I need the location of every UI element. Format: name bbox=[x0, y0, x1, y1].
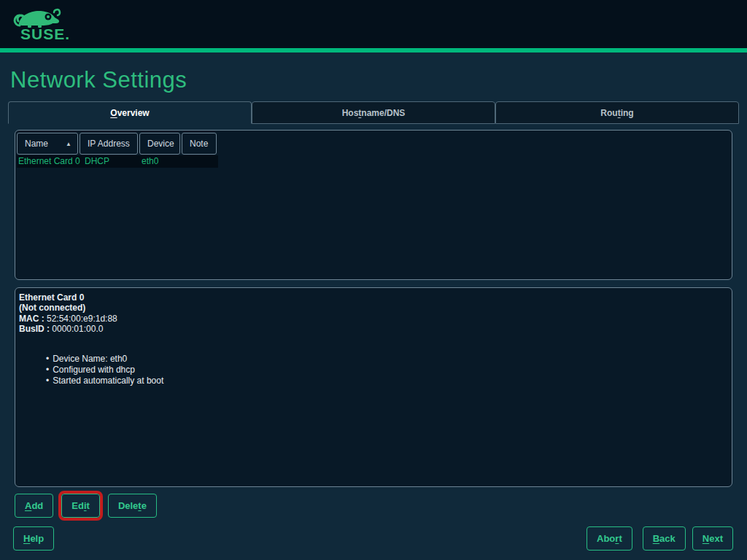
suse-chameleon-icon: SUSE. bbox=[10, 6, 73, 44]
delete-button[interactable]: Delete bbox=[108, 494, 157, 518]
green-divider bbox=[0, 48, 747, 52]
page-title: Network Settings bbox=[10, 67, 187, 93]
footer-left: Help bbox=[13, 526, 54, 551]
top-bar: SUSE. bbox=[0, 0, 747, 48]
details-card-title: Ethernet Card 0 bbox=[19, 292, 726, 303]
list-item: Device Name: eth0 bbox=[46, 354, 726, 365]
device-details-text: Ethernet Card 0 (Not connected) MAC : 52… bbox=[15, 288, 732, 386]
row-cell-device: eth0 bbox=[142, 156, 158, 166]
details-busid-line: BusID : 0000:01:00.0 bbox=[19, 324, 726, 334]
list-item: Started automatically at boot bbox=[46, 376, 726, 386]
column-header-device[interactable]: Device bbox=[139, 133, 180, 155]
help-button[interactable]: Help bbox=[13, 526, 54, 551]
table-action-buttons: Add Edit Delete bbox=[15, 494, 157, 518]
edit-button[interactable]: Edit bbox=[61, 494, 100, 518]
device-table: Name ▲ IP Address Device Note Ethernet C… bbox=[15, 130, 732, 280]
footer-right: Abort Back Next bbox=[587, 526, 733, 551]
table-row-ethernet-card-0[interactable]: Ethernet Card 0 DHCP eth0 bbox=[17, 155, 218, 168]
row-cell-name: Ethernet Card 0 bbox=[18, 156, 80, 166]
table-header: Name ▲ IP Address Device Note bbox=[17, 133, 217, 155]
tab-routing[interactable]: Routing bbox=[495, 101, 739, 124]
column-header-name[interactable]: Name ▲ bbox=[17, 133, 78, 155]
suse-wordmark: SUSE. bbox=[20, 26, 70, 42]
next-button[interactable]: Next bbox=[692, 526, 733, 551]
sort-ascending-icon: ▲ bbox=[66, 141, 71, 147]
column-header-ip-address[interactable]: IP Address bbox=[80, 133, 138, 155]
details-bullet-list: Device Name: eth0 Configured with dhcp S… bbox=[46, 354, 726, 386]
abort-button[interactable]: Abort bbox=[587, 526, 632, 551]
add-button[interactable]: Add bbox=[15, 494, 53, 518]
list-item: Configured with dhcp bbox=[46, 365, 726, 376]
row-cell-ip: DHCP bbox=[85, 156, 109, 166]
back-button[interactable]: Back bbox=[643, 526, 686, 551]
tab-bar: Overview Hostname/DNS Routing bbox=[8, 101, 739, 124]
column-header-note[interactable]: Note bbox=[182, 133, 217, 155]
details-status: (Not connected) bbox=[19, 303, 726, 313]
device-details-panel: Ethernet Card 0 (Not connected) MAC : 52… bbox=[15, 287, 732, 487]
tab-overview[interactable]: Overview bbox=[8, 101, 252, 124]
tab-hostname-dns[interactable]: Hostname/DNS bbox=[252, 101, 495, 124]
suse-logo: SUSE. bbox=[10, 6, 73, 44]
details-mac-line: MAC : 52:54:00:e9:1d:88 bbox=[19, 314, 726, 324]
